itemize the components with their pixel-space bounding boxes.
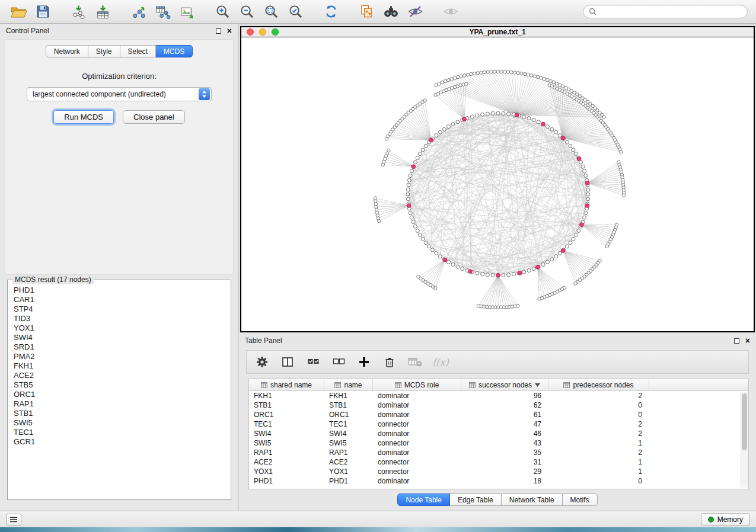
hamburger-icon bbox=[9, 517, 18, 523]
deselect-all-button[interactable] bbox=[331, 355, 346, 369]
mcds-result-item[interactable]: PMA2 bbox=[14, 352, 231, 361]
deselect-all-icon bbox=[333, 356, 345, 368]
column-header-MCDS-role[interactable]: MCDS role bbox=[373, 379, 461, 390]
table-cell: STB1 bbox=[324, 401, 373, 409]
mcds-result-item[interactable]: SWI4 bbox=[14, 333, 231, 342]
column-header-name[interactable]: name bbox=[324, 379, 373, 390]
show-all-button[interactable] bbox=[441, 2, 461, 21]
mcds-result-item[interactable]: PHD1 bbox=[14, 286, 231, 295]
refresh-button[interactable] bbox=[321, 2, 341, 21]
mcds-result-item[interactable]: STB1 bbox=[14, 409, 231, 418]
table-panel-header: Table Panel × bbox=[239, 334, 756, 348]
table-settings-button[interactable] bbox=[255, 355, 269, 369]
open-file-button[interactable] bbox=[8, 2, 28, 21]
column-header-predecessor-nodes[interactable]: predecessor nodes bbox=[548, 379, 649, 390]
network-canvas[interactable] bbox=[241, 37, 754, 331]
zoom-out-button[interactable] bbox=[237, 2, 257, 21]
table-row[interactable]: PHD1PHD1dominator180 bbox=[249, 476, 748, 486]
mcds-result-item[interactable]: TID3 bbox=[14, 314, 231, 323]
memory-button[interactable]: Memory bbox=[701, 513, 750, 525]
table-row[interactable]: FKH1FKH1dominator962 bbox=[249, 391, 748, 400]
columns-icon bbox=[282, 356, 294, 368]
mcds-result-item[interactable]: FKH1 bbox=[14, 361, 231, 371]
table-tab-node-table[interactable]: Node Table bbox=[397, 493, 450, 506]
tab-network[interactable]: Network bbox=[46, 45, 88, 57]
table-cell: SWI4 bbox=[249, 430, 324, 438]
copy-share-button[interactable] bbox=[356, 2, 377, 21]
table-row[interactable]: SWI5SWI5connector431 bbox=[249, 438, 748, 448]
show-columns-button[interactable] bbox=[280, 355, 295, 369]
column-header-shared-name[interactable]: shared name bbox=[249, 379, 324, 390]
hide-selected-button[interactable] bbox=[405, 2, 425, 21]
status-menu-button[interactable] bbox=[6, 514, 21, 525]
tab-select[interactable]: Select bbox=[120, 45, 156, 57]
table-row[interactable]: YOX1YOX1connector291 bbox=[249, 467, 748, 476]
open-folder-icon bbox=[10, 5, 27, 19]
search-icon bbox=[589, 8, 596, 15]
float-table-panel-icon[interactable] bbox=[734, 338, 739, 344]
delete-column-button[interactable] bbox=[382, 355, 397, 369]
mcds-result-item[interactable]: RAP1 bbox=[14, 399, 231, 409]
export-network-button[interactable] bbox=[128, 2, 148, 21]
close-table-panel-icon[interactable]: × bbox=[745, 337, 750, 344]
criterion-dropdown[interactable]: largest connected component (undirected) bbox=[27, 87, 212, 101]
table-tab-motifs[interactable]: Motifs bbox=[563, 493, 598, 506]
function-builder-button[interactable]: f(x) bbox=[433, 355, 448, 369]
table-tab-edge-table[interactable]: Edge Table bbox=[450, 493, 502, 506]
tab-mcds[interactable]: MCDS bbox=[156, 45, 193, 57]
mcds-result-item[interactable]: ACE2 bbox=[14, 371, 231, 380]
search-neighbors-button[interactable] bbox=[381, 2, 401, 21]
table-row[interactable]: TEC1TEC1connector472 bbox=[249, 419, 748, 429]
table-cell: ACE2 bbox=[249, 458, 324, 466]
close-panel-button[interactable]: Close panel bbox=[123, 110, 185, 124]
window-zoom-button[interactable] bbox=[272, 28, 279, 36]
search-box[interactable] bbox=[583, 5, 748, 18]
export-table-button[interactable] bbox=[152, 2, 173, 21]
mcds-result-item[interactable]: SRD1 bbox=[14, 342, 231, 352]
save-button[interactable] bbox=[33, 2, 53, 21]
table-row[interactable]: SWI4SWI4dominator462 bbox=[249, 429, 748, 438]
window-close-button[interactable] bbox=[247, 28, 254, 36]
table-cell: 31 bbox=[461, 458, 548, 466]
run-mcds-button[interactable]: Run MCDS bbox=[53, 110, 114, 124]
column-header-successor-nodes[interactable]: successor nodes bbox=[461, 379, 548, 390]
mcds-result-item[interactable]: YOX1 bbox=[14, 323, 231, 333]
network-window-titlebar[interactable]: YPA_prune.txt_1 bbox=[241, 27, 754, 37]
table-row[interactable]: ORC1ORC1dominator610 bbox=[249, 410, 748, 419]
delete-table-button[interactable] bbox=[408, 355, 422, 369]
zoom-selected-button[interactable] bbox=[285, 2, 305, 21]
mcds-result-item[interactable]: STB5 bbox=[14, 380, 231, 390]
table-row[interactable]: STB1STB1dominator620 bbox=[249, 400, 748, 410]
mcds-result-item[interactable]: SWI5 bbox=[14, 418, 231, 428]
table-cell: connector bbox=[373, 467, 461, 476]
import-network-button[interactable] bbox=[68, 2, 88, 21]
select-all-button[interactable] bbox=[306, 355, 320, 369]
zoom-in-button[interactable] bbox=[212, 2, 232, 21]
eye-slash-icon bbox=[407, 4, 423, 19]
column-header-filler bbox=[649, 379, 748, 390]
table-cell: FKH1 bbox=[249, 392, 324, 400]
zoom-fit-button[interactable] bbox=[261, 2, 281, 21]
table-scrollbar-thumb[interactable] bbox=[742, 393, 747, 450]
mcds-result-item[interactable]: CAR1 bbox=[14, 295, 231, 305]
table-row[interactable]: ACE2ACE2connector311 bbox=[249, 457, 748, 467]
mcds-result-item[interactable]: TEC1 bbox=[14, 428, 231, 437]
window-minimize-button[interactable] bbox=[259, 28, 266, 36]
import-table-button[interactable] bbox=[92, 2, 113, 21]
table-row[interactable]: RAP1RAP1dominator352 bbox=[249, 448, 748, 457]
export-image-button[interactable] bbox=[177, 2, 197, 21]
close-panel-icon[interactable]: × bbox=[227, 27, 232, 34]
table-tab-network-table[interactable]: Network Table bbox=[502, 493, 563, 506]
mcds-result-item[interactable]: STP4 bbox=[14, 305, 231, 314]
copy-share-icon bbox=[359, 4, 374, 19]
table-cell: RAP1 bbox=[249, 448, 324, 457]
table-scrollbar[interactable] bbox=[741, 392, 748, 488]
float-panel-icon[interactable] bbox=[216, 28, 221, 34]
table-cell: ORC1 bbox=[249, 411, 324, 419]
tab-style[interactable]: Style bbox=[88, 45, 120, 57]
mcds-result-item[interactable]: ORC1 bbox=[14, 390, 231, 399]
network-window: YPA_prune.txt_1 bbox=[240, 26, 755, 332]
mcds-result-item[interactable]: GCR1 bbox=[14, 437, 231, 447]
search-input[interactable] bbox=[600, 8, 742, 16]
add-column-button[interactable] bbox=[357, 355, 371, 369]
